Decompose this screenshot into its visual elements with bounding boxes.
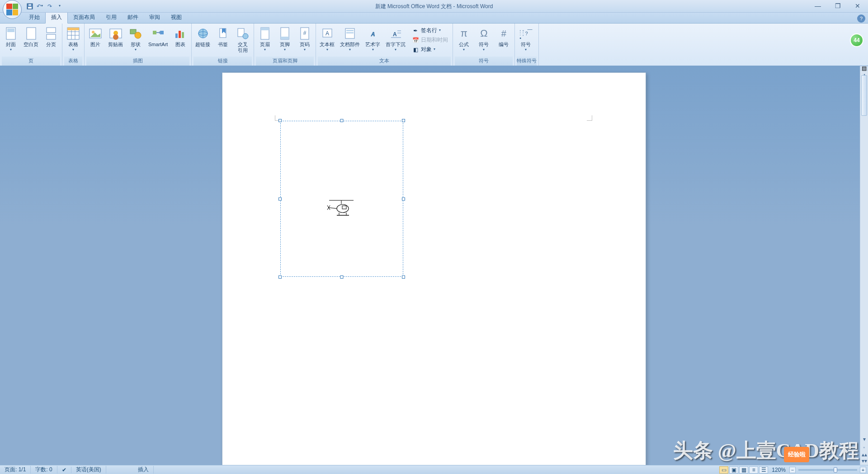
resize-handle-tl[interactable] bbox=[278, 119, 282, 122]
group-label-illustrations: 插图 bbox=[86, 57, 189, 66]
page[interactable] bbox=[222, 72, 646, 465]
table-button[interactable]: 表格▾ bbox=[64, 25, 82, 57]
cross-reference-button[interactable]: 交叉引用 bbox=[234, 25, 252, 57]
hyperlink-button[interactable]: 超链接 bbox=[193, 25, 212, 57]
zoom-percent[interactable]: 120% bbox=[769, 467, 788, 473]
watermark-text: 头条 @上壹CAD教程 bbox=[673, 437, 859, 464]
status-words[interactable]: 字数: 0 bbox=[31, 466, 57, 474]
helicopter-drawing bbox=[326, 198, 357, 218]
zoom-slider[interactable] bbox=[798, 469, 857, 471]
svg-rect-13 bbox=[67, 28, 79, 30]
quick-parts-button[interactable]: 文档部件▾ bbox=[338, 25, 362, 57]
group-label-links: 链接 bbox=[193, 57, 252, 66]
svg-rect-36 bbox=[261, 28, 269, 30]
dropcap-button[interactable]: A首字下沉▾ bbox=[384, 25, 407, 57]
resize-handle-l[interactable] bbox=[278, 197, 282, 200]
view-print-layout[interactable]: ▭ bbox=[719, 466, 728, 474]
resize-handle-br[interactable] bbox=[402, 275, 405, 279]
tab-view[interactable]: 视图 bbox=[165, 12, 187, 23]
tab-review[interactable]: 审阅 bbox=[144, 12, 165, 23]
chart-button[interactable]: 图表 bbox=[171, 25, 189, 57]
date-time-button[interactable]: 📅日期和时间 bbox=[410, 36, 450, 44]
status-bar: 页面: 1/1 字数: 0 ✔ 英语(美国) 插入 ▭ ▣ ▦ ≡ ☰ 120%… bbox=[0, 465, 868, 474]
zoom-in-button[interactable]: + bbox=[860, 467, 866, 473]
calendar-icon: 📅 bbox=[412, 37, 419, 44]
resize-handle-tr[interactable] bbox=[402, 119, 405, 122]
view-web-layout[interactable]: ▦ bbox=[739, 466, 748, 474]
wordart-button[interactable]: A艺术字▾ bbox=[363, 25, 382, 57]
svg-rect-2 bbox=[28, 4, 31, 6]
group-label-tables: 表格 bbox=[64, 57, 82, 66]
resize-handle-b[interactable] bbox=[340, 275, 344, 279]
footer-button[interactable]: 页脚▾ bbox=[276, 25, 294, 57]
shapes-button[interactable]: 形状▾ bbox=[127, 25, 145, 57]
tab-insert[interactable]: 插入 bbox=[45, 11, 68, 24]
page-break-button[interactable]: 分页 bbox=[42, 25, 60, 57]
ruler-toggle[interactable]: ▤ bbox=[860, 66, 868, 71]
signature-icon: ✒ bbox=[412, 27, 419, 34]
svg-text:A: A bbox=[393, 31, 397, 38]
svg-rect-7 bbox=[47, 34, 56, 39]
view-outline[interactable]: ≡ bbox=[749, 466, 758, 474]
status-proofing[interactable]: ✔ bbox=[57, 467, 71, 473]
equation-button[interactable]: π公式▾ bbox=[455, 25, 473, 57]
header-button[interactable]: 页眉▾ bbox=[256, 25, 274, 57]
minimize-button[interactable]: — bbox=[810, 2, 826, 10]
group-label-text: 文本 bbox=[318, 57, 451, 66]
qat-customize-icon[interactable]: ▾ bbox=[56, 3, 63, 10]
scroll-down-button[interactable]: ▾ bbox=[860, 435, 868, 443]
window-title: 新建 Microsoft Office Word 文档 - Microsoft … bbox=[375, 2, 493, 10]
zoom-slider-thumb[interactable] bbox=[834, 467, 837, 473]
smartart-button[interactable]: SmartArt bbox=[146, 25, 170, 57]
redo-icon[interactable]: ↷ bbox=[46, 3, 53, 10]
status-page[interactable]: 页面: 1/1 bbox=[0, 466, 31, 474]
status-language[interactable]: 英语(美国) bbox=[71, 466, 106, 474]
margin-marker-tr bbox=[587, 115, 592, 121]
group-label-symbols: 符号 bbox=[455, 57, 513, 66]
tab-home[interactable]: 开始 bbox=[24, 12, 45, 23]
tab-mailings[interactable]: 邮件 bbox=[122, 12, 144, 23]
save-icon[interactable] bbox=[26, 3, 33, 10]
status-mode[interactable]: 插入 bbox=[133, 466, 154, 474]
document-area: ▤ ▴ ▾ ◦ ▴▴ ▾▾ bbox=[0, 66, 868, 465]
signature-line-button[interactable]: ✒签名行 ▾ bbox=[410, 26, 450, 35]
group-label-pages: 页 bbox=[2, 57, 60, 66]
title-bar: ↶▾ ↷ ▾ 新建 Microsoft Office Word 文档 - Mic… bbox=[0, 0, 868, 13]
picture-button[interactable]: 图片 bbox=[86, 25, 104, 57]
group-label-special: 特殊符号 bbox=[517, 57, 537, 66]
help-button[interactable]: ? bbox=[857, 14, 865, 23]
view-draft[interactable]: ☰ bbox=[759, 466, 768, 474]
svg-rect-38 bbox=[281, 37, 289, 39]
resize-handle-bl[interactable] bbox=[278, 275, 282, 279]
next-page-button[interactable]: ▾▾ bbox=[860, 457, 868, 465]
resize-handle-t[interactable] bbox=[340, 119, 344, 122]
ime-badge[interactable]: 44 bbox=[850, 33, 863, 47]
tab-references[interactable]: 引用 bbox=[100, 12, 122, 23]
page-number-button[interactable]: #页码▾ bbox=[296, 25, 314, 57]
number-button[interactable]: #编号 bbox=[495, 25, 513, 57]
svg-point-15 bbox=[92, 31, 94, 33]
window-controls: — ❐ ✕ bbox=[810, 2, 865, 10]
zoom-out-button[interactable]: − bbox=[789, 467, 796, 473]
bookmark-button[interactable]: 书签 bbox=[214, 25, 232, 57]
undo-icon[interactable]: ↶▾ bbox=[36, 3, 43, 10]
textbox-button[interactable]: A文本框▾ bbox=[318, 25, 336, 57]
blank-page-button[interactable]: 空白页 bbox=[22, 25, 40, 57]
view-full-screen[interactable]: ▣ bbox=[729, 466, 738, 474]
scroll-thumb[interactable] bbox=[861, 75, 867, 116]
vertical-scrollbar[interactable]: ▤ ▴ ▾ ◦ ▴▴ ▾▾ bbox=[860, 66, 868, 465]
group-links: 超链接 书签 交叉引用 链接 bbox=[192, 24, 254, 66]
selected-object[interactable] bbox=[280, 121, 403, 277]
group-tables: 表格▾ 表格 bbox=[62, 24, 85, 66]
ribbon-tabs: 开始 插入 页面布局 引用 邮件 审阅 视图 bbox=[0, 13, 868, 24]
special-symbol-button[interactable]: , 。—: ; ?•符号▾ bbox=[517, 25, 535, 57]
cover-page-button[interactable]: 封面▾ bbox=[2, 25, 20, 57]
office-button[interactable] bbox=[3, 0, 22, 19]
maximize-button[interactable]: ❐ bbox=[830, 2, 845, 10]
symbol-button[interactable]: Ω符号▾ bbox=[475, 25, 493, 57]
resize-handle-r[interactable] bbox=[402, 197, 405, 200]
close-button[interactable]: ✕ bbox=[850, 2, 865, 10]
object-button[interactable]: ◧对象 ▾ bbox=[410, 45, 450, 54]
clipart-button[interactable]: 剪贴画 bbox=[106, 25, 125, 57]
tab-page-layout[interactable]: 页面布局 bbox=[68, 12, 100, 23]
